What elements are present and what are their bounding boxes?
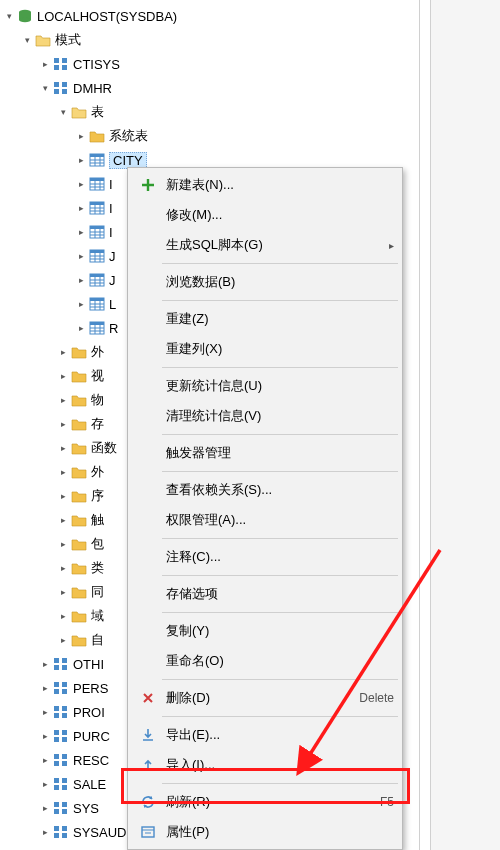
chevron-right-icon[interactable]: ▸ (74, 129, 88, 143)
chevron-right-icon[interactable]: ▸ (56, 537, 70, 551)
tree-node-schema[interactable]: ▸ CTISYS (2, 52, 417, 76)
svg-rect-3 (54, 58, 59, 63)
svg-rect-70 (62, 713, 67, 718)
chevron-right-icon[interactable]: ▸ (74, 249, 88, 263)
menu-comments[interactable]: 注释(C)... (130, 542, 400, 572)
chevron-down-icon[interactable]: ▾ (2, 9, 16, 23)
schema-icon (52, 679, 70, 697)
menu-clear-stats[interactable]: 清理统计信息(V) (130, 401, 400, 431)
tree-label: 触 (91, 511, 104, 529)
menu-update-stats[interactable]: 更新统计信息(U) (130, 371, 400, 401)
menu-gen-sql[interactable]: 生成SQL脚本(G) ▸ (130, 230, 400, 260)
svg-rect-36 (90, 250, 104, 253)
chevron-right-icon[interactable]: ▸ (38, 801, 52, 815)
menu-separator (162, 300, 398, 301)
chevron-right-icon[interactable]: ▸ (56, 561, 70, 575)
tree-node-systables[interactable]: ▸ 系统表 (2, 124, 417, 148)
menu-perm-mgmt[interactable]: 权限管理(A)... (130, 505, 400, 535)
chevron-right-icon[interactable]: ▸ (56, 513, 70, 527)
chevron-right-icon[interactable]: ▸ (56, 489, 70, 503)
schema-icon (52, 799, 70, 817)
folder-icon (70, 559, 88, 577)
chevron-right-icon[interactable]: ▸ (56, 633, 70, 647)
chevron-right-icon[interactable]: ▸ (74, 297, 88, 311)
schema-icon (52, 703, 70, 721)
chevron-down-icon[interactable]: ▾ (20, 33, 34, 47)
tree-label: 包 (91, 535, 104, 553)
tree-node-tables[interactable]: ▾ 表 (2, 100, 417, 124)
chevron-right-icon[interactable]: ▸ (74, 321, 88, 335)
chevron-right-icon[interactable]: ▸ (56, 417, 70, 431)
svg-rect-88 (62, 826, 67, 831)
chevron-right-icon[interactable]: ▸ (38, 57, 52, 71)
chevron-right-icon[interactable]: ▸ (38, 753, 52, 767)
tree-label: I (109, 177, 113, 192)
chevron-right-icon[interactable]: ▸ (74, 153, 88, 167)
table-icon (88, 151, 106, 169)
chevron-right-icon[interactable]: ▸ (38, 777, 52, 791)
chevron-right-icon[interactable]: ▸ (56, 441, 70, 455)
chevron-right-icon[interactable]: ▸ (74, 201, 88, 215)
menu-separator (162, 434, 398, 435)
chevron-down-icon[interactable]: ▾ (56, 105, 70, 119)
tree-label: I (109, 201, 113, 216)
menu-refresh[interactable]: 刷新(R) F5 (130, 787, 400, 817)
menu-separator (162, 263, 398, 264)
menu-export[interactable]: 导出(E)... (130, 720, 400, 750)
chevron-right-icon[interactable]: ▸ (74, 273, 88, 287)
menu-delete[interactable]: 删除(D) Delete (130, 683, 400, 713)
chevron-right-icon[interactable]: ▸ (38, 681, 52, 695)
menu-browse[interactable]: 浏览数据(B) (130, 267, 400, 297)
folder-icon (70, 463, 88, 481)
chevron-right-icon[interactable]: ▸ (56, 393, 70, 407)
menu-import[interactable]: 导入(I)... (130, 750, 400, 780)
tree-label: CTISYS (73, 57, 120, 72)
menu-separator (162, 783, 398, 784)
svg-rect-87 (54, 826, 59, 831)
menu-new-table[interactable]: 新建表(N)... (130, 170, 400, 200)
chevron-right-icon[interactable]: ▸ (38, 705, 52, 719)
menu-view-deps[interactable]: 查看依赖关系(S)... (130, 475, 400, 505)
schema-icon (52, 79, 70, 97)
chevron-right-icon[interactable]: ▸ (56, 345, 70, 359)
menu-separator (162, 612, 398, 613)
chevron-right-icon[interactable]: ▸ (56, 609, 70, 623)
chevron-right-icon[interactable]: ▸ (56, 465, 70, 479)
tree-node-schemas[interactable]: ▾ 模式 (2, 28, 417, 52)
menu-separator (162, 538, 398, 539)
tree-label: SYS (73, 801, 99, 816)
menu-storage-opts[interactable]: 存储选项 (130, 579, 400, 609)
table-icon (88, 223, 106, 241)
svg-rect-74 (62, 737, 67, 742)
table-icon (88, 319, 106, 337)
menu-properties[interactable]: 属性(P) (130, 817, 400, 847)
refresh-icon (136, 792, 160, 812)
svg-rect-60 (62, 658, 67, 663)
menu-rebuild-col[interactable]: 重建列(X) (130, 334, 400, 364)
menu-copy[interactable]: 复制(Y) (130, 616, 400, 646)
menu-separator (162, 575, 398, 576)
chevron-right-icon[interactable]: ▸ (38, 729, 52, 743)
tree-label: 自 (91, 631, 104, 649)
svg-rect-73 (54, 737, 59, 742)
tree-label: PURC (73, 729, 110, 744)
chevron-right-icon[interactable]: ▸ (38, 825, 52, 839)
svg-rect-68 (62, 706, 67, 711)
tree-node-root[interactable]: ▾ LOCALHOST(SYSDBA) (2, 4, 417, 28)
chevron-right-icon[interactable]: ▸ (74, 225, 88, 239)
chevron-right-icon[interactable]: ▸ (38, 657, 52, 671)
menu-rename[interactable]: 重命名(O) (130, 646, 400, 676)
tree-node-schema[interactable]: ▾ DMHR (2, 76, 417, 100)
svg-rect-83 (54, 802, 59, 807)
folder-icon (88, 127, 106, 145)
tree-label: PERS (73, 681, 108, 696)
chevron-right-icon[interactable]: ▸ (56, 585, 70, 599)
chevron-right-icon[interactable]: ▸ (74, 177, 88, 191)
svg-rect-79 (54, 778, 59, 783)
chevron-down-icon[interactable]: ▾ (38, 81, 52, 95)
menu-rebuild[interactable]: 重建(Z) (130, 304, 400, 334)
menu-trigger-mgmt[interactable]: 触发器管理 (130, 438, 400, 468)
svg-rect-42 (90, 274, 104, 277)
chevron-right-icon[interactable]: ▸ (56, 369, 70, 383)
menu-modify[interactable]: 修改(M)... (130, 200, 400, 230)
